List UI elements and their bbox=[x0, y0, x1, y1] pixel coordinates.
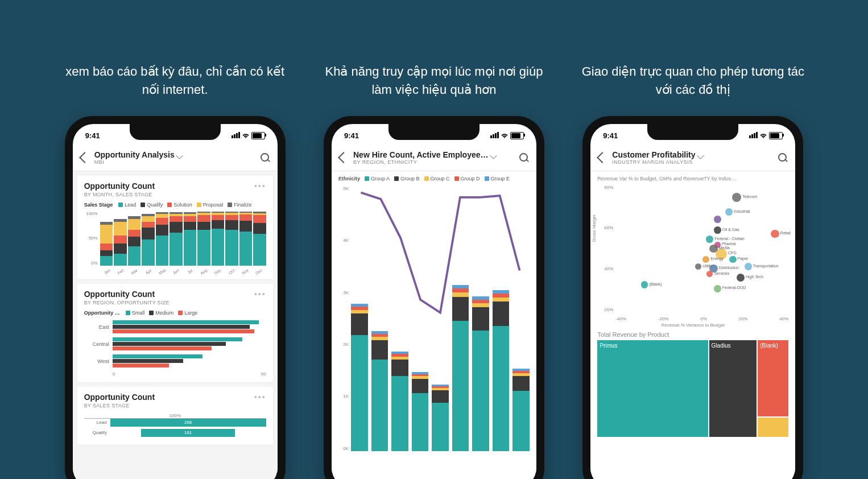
bar-R2[interactable] bbox=[371, 186, 388, 451]
report-title[interactable]: Opportunity Analysis bbox=[94, 150, 255, 159]
bubble[interactable] bbox=[641, 281, 648, 288]
bubble[interactable] bbox=[737, 274, 745, 282]
card-subtitle: BY SALES STAGE bbox=[84, 403, 266, 408]
treemap-chart[interactable]: PrimusGladius(Blank) bbox=[597, 340, 788, 437]
bubble[interactable] bbox=[745, 263, 752, 270]
report-title[interactable]: Customer Profitability bbox=[612, 150, 772, 159]
bar-Aug[interactable] bbox=[197, 211, 210, 266]
bar-R3[interactable] bbox=[391, 186, 408, 451]
funnel-bar[interactable]: 161 bbox=[141, 429, 235, 437]
bar-R8[interactable] bbox=[493, 186, 510, 451]
battery-icon bbox=[251, 132, 265, 139]
bubble[interactable] bbox=[714, 285, 721, 292]
search-button[interactable] bbox=[778, 153, 787, 162]
chevron-down-icon bbox=[697, 152, 704, 159]
treemap-title: Total Revenue by Product bbox=[597, 331, 788, 338]
bar-Nov[interactable] bbox=[239, 211, 253, 266]
bubble[interactable] bbox=[702, 256, 710, 263]
bar-R5[interactable] bbox=[432, 186, 449, 451]
cellular-icon bbox=[490, 131, 499, 140]
search-button[interactable] bbox=[261, 153, 270, 162]
funnel-chart[interactable]: 100% Lead268Qualify161 bbox=[84, 413, 266, 437]
back-button[interactable] bbox=[81, 154, 89, 162]
bubble[interactable] bbox=[732, 193, 741, 202]
bar-Feb[interactable] bbox=[114, 211, 127, 266]
stacked-bar-chart[interactable]: 100%50%0% JanFebMarAprMayJunJulAugSepOct… bbox=[84, 211, 266, 274]
bar-R6[interactable] bbox=[452, 186, 469, 451]
chevron-left-icon bbox=[338, 152, 349, 163]
status-time: 9:41 bbox=[344, 131, 359, 140]
bar-Mar[interactable] bbox=[128, 211, 141, 266]
horizontal-bar-chart[interactable]: EastCentralWest bbox=[84, 320, 266, 368]
bubble[interactable] bbox=[771, 230, 779, 238]
funnel-bar[interactable]: 268 bbox=[110, 419, 266, 427]
more-icon[interactable]: ••• bbox=[254, 290, 266, 299]
bar-May[interactable] bbox=[156, 211, 169, 266]
bar-Jan[interactable] bbox=[100, 211, 113, 266]
wifi-icon bbox=[759, 133, 767, 139]
bubble[interactable] bbox=[729, 256, 737, 263]
hbar[interactable] bbox=[113, 346, 212, 350]
caption-1: xem báo cáo bất kỳ đâu, chỉ cần có kết n… bbox=[57, 63, 293, 99]
back-button[interactable] bbox=[598, 154, 606, 162]
tree-cell[interactable]: Primus bbox=[597, 340, 708, 437]
hbar[interactable] bbox=[113, 320, 259, 324]
cellular-icon bbox=[231, 131, 240, 140]
scatter-chart[interactable]: Gross Margin 80%60%40%20% TelecomIndustr… bbox=[597, 185, 788, 321]
scatter-x-label: Revenue % Variance to Budget bbox=[590, 323, 795, 328]
scatter-title: Revenue Var % to Budget, GM% and Revenue… bbox=[597, 176, 788, 181]
card-title: Opportunity Count bbox=[84, 181, 266, 191]
bar-Apr[interactable] bbox=[142, 211, 155, 266]
chevron-left-icon bbox=[597, 152, 608, 163]
phone-frame-2: 9:41 New Hire Count, Active Employee… BY… bbox=[324, 116, 544, 479]
bubble[interactable] bbox=[709, 245, 717, 253]
more-icon[interactable]: ••• bbox=[254, 181, 266, 191]
hbar[interactable] bbox=[113, 364, 170, 367]
cellular-icon bbox=[749, 131, 758, 140]
phone-frame-1: 9:41 Opportunity Analysis MBI ••• bbox=[65, 116, 286, 479]
hbar[interactable] bbox=[113, 359, 184, 363]
report-subtitle: BY REGION, ETHNICITY bbox=[353, 159, 514, 165]
row-label: Central bbox=[84, 341, 113, 347]
bar-Jul[interactable] bbox=[184, 211, 197, 266]
bar-R4[interactable] bbox=[412, 186, 429, 451]
bar-Oct[interactable] bbox=[225, 211, 238, 266]
legend-ethnicity: Ethnicity Group A Group B Group C Group … bbox=[338, 176, 530, 181]
bar-Sep[interactable] bbox=[212, 211, 225, 266]
wifi-icon bbox=[501, 133, 509, 139]
tree-cell[interactable]: Gladius bbox=[709, 340, 757, 437]
bubble[interactable] bbox=[706, 236, 713, 243]
bar-R1[interactable] bbox=[351, 186, 368, 451]
phone-frame-3: 9:41 Customer Profitability INDUSTRY MAR… bbox=[582, 116, 803, 479]
bar-R9[interactable] bbox=[512, 186, 530, 451]
search-button[interactable] bbox=[519, 153, 528, 162]
bubble[interactable] bbox=[706, 271, 713, 277]
hbar[interactable] bbox=[113, 354, 202, 358]
hbar[interactable] bbox=[113, 337, 242, 341]
wifi-icon bbox=[242, 133, 250, 139]
hbar[interactable] bbox=[113, 342, 226, 346]
bubble[interactable] bbox=[725, 208, 733, 216]
bubble[interactable] bbox=[714, 226, 721, 234]
card-opportunity-month[interactable]: ••• Opportunity Count BY MONTH, SALES ST… bbox=[77, 176, 273, 279]
bar-Jun[interactable] bbox=[170, 211, 183, 266]
more-icon[interactable]: ••• bbox=[254, 393, 266, 402]
bar-R7[interactable] bbox=[472, 186, 489, 451]
combo-chart[interactable]: 5K4K3K2K1K0K bbox=[338, 186, 530, 459]
bubble[interactable] bbox=[714, 216, 721, 223]
row-label: East bbox=[84, 324, 113, 330]
report-subtitle: MBI bbox=[94, 159, 255, 165]
notch bbox=[647, 124, 738, 140]
legend-sales-stage: Sales Stage Lead Qualify Solution Propos… bbox=[84, 202, 266, 208]
bar-Dec[interactable] bbox=[253, 211, 266, 266]
report-title[interactable]: New Hire Count, Active Employee… bbox=[353, 150, 514, 159]
hbar[interactable] bbox=[113, 329, 254, 333]
notch bbox=[130, 124, 221, 140]
back-button[interactable] bbox=[340, 154, 348, 162]
card-opportunity-region[interactable]: ••• Opportunity Count BY REGION, OPPORTU… bbox=[77, 284, 273, 382]
tree-cell[interactable] bbox=[758, 418, 788, 436]
card-opportunity-funnel[interactable]: ••• Opportunity Count BY SALES STAGE 100… bbox=[77, 387, 273, 445]
bubble[interactable] bbox=[695, 263, 701, 270]
tree-cell[interactable]: (Blank) bbox=[758, 340, 788, 417]
hbar[interactable] bbox=[113, 325, 250, 329]
